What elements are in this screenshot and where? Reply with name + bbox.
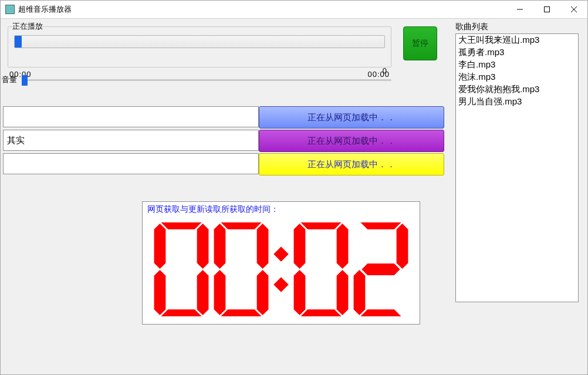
volume-track <box>22 79 391 81</box>
volume-label: 音量 <box>2 75 17 85</box>
volume-slider[interactable] <box>22 77 391 84</box>
lyric-row-3: 正在从网页加载中．． <box>3 153 444 175</box>
svg-rect-0 <box>545 7 550 12</box>
clock-caption: 网页获取与更新读取所获取的时间： <box>147 204 279 215</box>
lyric-input-1[interactable] <box>3 106 259 127</box>
load-button-1[interactable]: 正在从网页加载中．． <box>259 106 444 129</box>
list-item[interactable]: 男儿当自强.mp3 <box>456 96 578 108</box>
load-button-3[interactable]: 正在从网页加载中．． <box>259 153 444 175</box>
playlist-label: 歌曲列表 <box>455 22 488 32</box>
clock-panel: 网页获取与更新读取所获取的时间： <box>142 201 420 325</box>
digit-0 <box>214 222 269 316</box>
clock-colon <box>273 222 289 316</box>
app-icon <box>5 5 15 14</box>
list-item[interactable]: 孤勇者.mp3 <box>456 46 578 59</box>
now-playing-group: 正在播放 00:00 00:00 <box>8 22 391 67</box>
close-button[interactable] <box>560 1 587 18</box>
maximize-button[interactable] <box>533 1 560 18</box>
now-playing-box: 00:00 00:00 <box>8 26 391 67</box>
playback-progress[interactable] <box>14 35 385 48</box>
load-button-1-label: 正在从网页加载中．． <box>307 112 396 123</box>
lyric-input-3[interactable] <box>3 153 259 174</box>
lyric-row-1: 正在从网页加载中．． <box>3 106 444 129</box>
window-title: 超维音乐播放器 <box>18 4 72 15</box>
digit-0 <box>293 222 349 316</box>
clock-digits <box>143 218 420 320</box>
list-item[interactable]: 李白.mp3 <box>456 59 578 71</box>
lyric-input-2[interactable] <box>3 130 259 151</box>
volume-thumb[interactable] <box>22 75 28 86</box>
song-list[interactable]: 大王叫我来巡山.mp3孤勇者.mp3李白.mp3泡沫.mp3爱我你就抱抱我.mp… <box>455 33 579 302</box>
pause-button-label: 暂停 <box>412 38 428 49</box>
minimize-button[interactable] <box>506 1 533 18</box>
titlebar[interactable]: 超维音乐播放器 <box>1 1 587 19</box>
load-button-2-label: 正在从网页加载中．． <box>307 136 396 147</box>
list-item[interactable]: 爱我你就抱抱我.mp3 <box>456 83 578 96</box>
pause-button[interactable]: 暂停 <box>403 26 437 60</box>
list-item[interactable]: 大王叫我来巡山.mp3 <box>456 34 578 46</box>
volume-value: 0 <box>373 66 387 75</box>
window-body: 正在播放 00:00 00:00 暂停 音量 0 正在从网页加载中．． <box>1 18 587 374</box>
load-button-2[interactable]: 正在从网页加载中．． <box>259 130 444 152</box>
list-item[interactable]: 泡沫.mp3 <box>456 71 578 83</box>
digit-0 <box>154 222 209 316</box>
lyric-row-2: 正在从网页加载中．． <box>3 130 444 152</box>
app-window: 超维音乐播放器 正在播放 00:00 00:00 暂停 <box>0 0 588 375</box>
load-button-3-label: 正在从网页加载中．． <box>307 159 396 170</box>
digit-2 <box>353 222 408 316</box>
playback-progress-thumb[interactable] <box>15 36 22 48</box>
